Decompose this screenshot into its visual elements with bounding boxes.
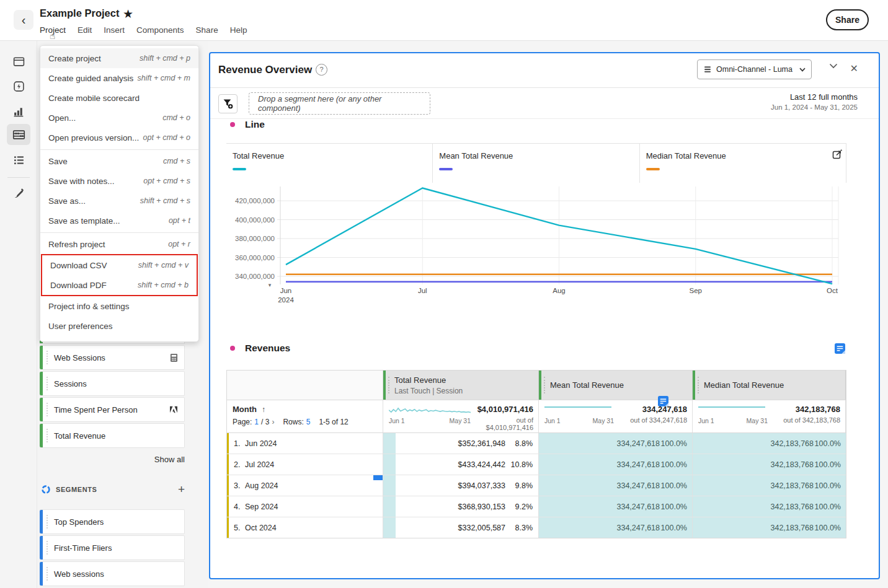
drag-handle[interactable]: [47, 541, 49, 555]
segment-item-web-sessions[interactable]: Web sessions: [40, 561, 185, 586]
table-note-icon[interactable]: [835, 343, 845, 354]
percent-bar: [383, 475, 396, 496]
legend-swatch: [439, 168, 453, 170]
segment-item-first-time-fliers[interactable]: First-Time Fliers: [40, 535, 185, 560]
segment-color-bar: [40, 510, 43, 533]
menu-item-create-guided-analysis[interactable]: Create guided analysisshift + cmd + m: [40, 68, 198, 88]
line-chart[interactable]: 340,000,000360,000,000380,000,000400,000…: [226, 183, 846, 307]
metric-item-total-revenue[interactable]: Total Revenue: [40, 423, 185, 448]
svg-text:420,000,000: 420,000,000: [235, 197, 275, 204]
legend-swatch: [646, 168, 660, 170]
menu-item-download-pdf[interactable]: Download PDFshift + cmd + b: [42, 275, 197, 295]
left-icon-rail: [0, 41, 37, 588]
menu-item-save-with-notes[interactable]: Save with notes...opt + cmd + s: [40, 171, 198, 191]
menu-components[interactable]: Components: [136, 25, 184, 35]
total-revenue-sparkline: Jun 1May 31: [389, 405, 471, 430]
viz-color-dot: [230, 346, 235, 351]
segment-drop-zone[interactable]: Drop a segment here (or any other compon…: [249, 92, 430, 115]
drag-handle[interactable]: [698, 377, 700, 393]
date-range-selector[interactable]: Last 12 full months Jun 1, 2024 - May 31…: [771, 92, 858, 111]
menu-item-user-preferences[interactable]: User preferences: [40, 316, 198, 336]
row-range: 1-5 of 12: [319, 418, 348, 426]
metric-item-web-sessions[interactable]: Web Sessions: [40, 345, 185, 370]
table-row: 4.Sep 2024 $368,930,1539.2% 334,247,6181…: [227, 496, 846, 517]
column-header-median-total-revenue[interactable]: Median Total Revenue: [693, 371, 846, 400]
rows-per-page[interactable]: 5: [306, 418, 311, 426]
month-column-header[interactable]: [227, 371, 383, 400]
menu-item-create-mobile-scorecard[interactable]: Create mobile scorecard: [40, 88, 198, 108]
menu-item-save-as-template[interactable]: Save as template...opt + t: [40, 211, 198, 230]
svg-text:380,000,000: 380,000,000: [235, 235, 275, 242]
table-row: 2.Jul 2024 $433,424,44210.8% 334,247,618…: [227, 454, 846, 475]
metric-item-time-spent[interactable]: Time Spent Per Person: [40, 397, 185, 422]
next-page-icon[interactable]: ›: [272, 418, 274, 426]
panel-close-icon[interactable]: ✕: [850, 63, 858, 74]
menu-item-refresh-project[interactable]: Refresh projectopt + r: [40, 234, 198, 254]
menu-item-save[interactable]: Savecmd + s: [40, 151, 198, 171]
components-icon[interactable]: [7, 124, 30, 145]
svg-text:400,000,000: 400,000,000: [235, 216, 275, 224]
svg-text:340,000,000: 340,000,000: [235, 273, 275, 280]
column-header-mean-total-revenue[interactable]: Mean Total Revenue: [539, 371, 693, 400]
table-of-contents-icon[interactable]: [12, 153, 25, 167]
metric-item-sessions[interactable]: Sessions: [40, 371, 185, 396]
metric-color-bar: [40, 398, 43, 421]
menu-divider: [40, 232, 198, 233]
panel-collapse-icon[interactable]: [829, 63, 838, 69]
drag-handle[interactable]: [388, 377, 391, 393]
chart-note-icon[interactable]: [658, 396, 668, 406]
panels-icon[interactable]: [12, 55, 25, 68]
drag-handle[interactable]: [47, 567, 49, 581]
forecast-export-icon[interactable]: [832, 149, 843, 159]
drag-handle[interactable]: [47, 515, 49, 529]
annotation-marker[interactable]: [373, 475, 383, 480]
segment-item-top-spenders[interactable]: Top Spenders: [40, 509, 185, 534]
drag-handle[interactable]: [544, 377, 546, 393]
drag-handle[interactable]: [47, 429, 49, 442]
page-number[interactable]: 1: [254, 418, 259, 426]
median-sparkline: Jun 1May 31: [698, 405, 768, 430]
show-all-link[interactable]: Show all: [37, 455, 185, 464]
month-sort[interactable]: Month↑: [233, 405, 265, 414]
mean-sparkline: Jun 1May 31: [544, 405, 614, 430]
revenues-table: Total RevenueLast Touch | Session Mean T…: [226, 370, 846, 538]
style-brush-icon[interactable]: [12, 186, 25, 200]
rail-divider: [7, 177, 30, 178]
help-icon[interactable]: ?: [316, 64, 327, 76]
metric-color-bar: [40, 346, 43, 369]
drag-handle[interactable]: [47, 377, 49, 390]
menu-item-project-info-settings[interactable]: Project info & settings: [40, 296, 198, 316]
drag-handle[interactable]: [47, 351, 49, 364]
favorite-star-icon[interactable]: ★: [123, 7, 133, 21]
calculated-metric-icon: [170, 353, 178, 362]
project-menu-popup: Create projectshift + cmd + p Create gui…: [40, 45, 199, 342]
total-revenue-summary-cell: Jun 1May 31 $4,010,971,416out of $4,010,…: [383, 400, 539, 432]
percent-bar: [383, 517, 396, 538]
menu-item-save-as[interactable]: Save as...shift + cmd + s: [40, 191, 198, 211]
dataset-selector[interactable]: Omni-Channel - Luma: [697, 59, 812, 79]
column-header-total-revenue[interactable]: Total RevenueLast Touch | Session: [383, 371, 539, 400]
menu-help[interactable]: Help: [230, 25, 247, 35]
segment-filter-button[interactable]: [218, 94, 238, 113]
drag-handle[interactable]: [47, 403, 49, 416]
svg-text:Jul: Jul: [418, 287, 427, 294]
menu-item-open-previous-version[interactable]: Open previous version...opt + cmd + o: [40, 128, 198, 147]
sort-asc-icon: ↑: [262, 405, 265, 414]
quick-insert-icon[interactable]: [12, 79, 25, 93]
panel-filter-row: Drop a segment here (or any other compon…: [210, 89, 879, 119]
legend-mean-total-revenue[interactable]: Mean Total Revenue: [433, 144, 639, 183]
back-button[interactable]: ‹: [14, 10, 33, 30]
menu-item-create-project[interactable]: Create projectshift + cmd + p: [40, 48, 198, 68]
menu-item-download-csv[interactable]: Download CSVshift + cmd + v: [42, 255, 197, 275]
share-button[interactable]: Share: [826, 9, 869, 30]
menu-edit[interactable]: Edit: [78, 25, 92, 35]
table-header-row: Total RevenueLast Touch | Session Mean T…: [227, 371, 846, 400]
visualizations-icon[interactable]: [12, 104, 25, 118]
legend-median-total-revenue[interactable]: Median Total Revenue: [640, 144, 846, 183]
add-segment-icon[interactable]: +: [178, 485, 185, 494]
legend-total-revenue[interactable]: Total Revenue: [226, 144, 433, 183]
menu-insert[interactable]: Insert: [104, 25, 125, 35]
menu-share[interactable]: Share: [196, 25, 218, 35]
menu-item-open[interactable]: Open...cmd + o: [40, 108, 198, 128]
legend-swatch: [233, 168, 246, 170]
